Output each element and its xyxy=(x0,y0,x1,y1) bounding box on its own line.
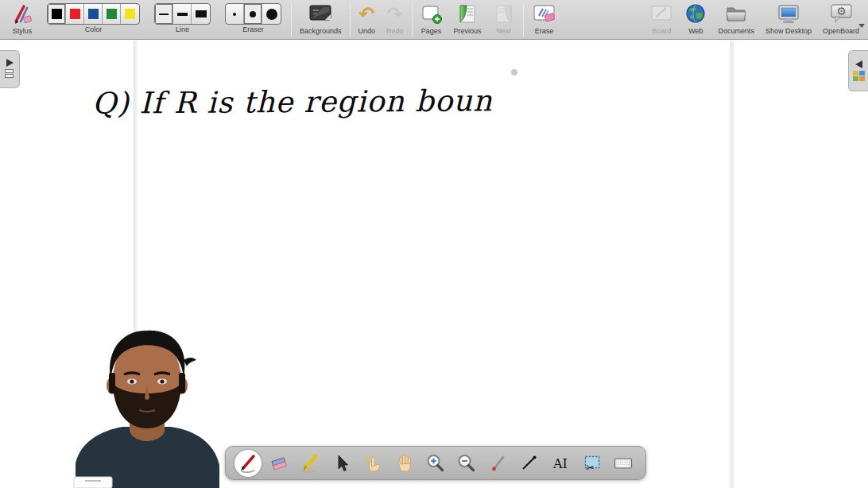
stylus-toolbar: AI ✂ xyxy=(225,446,646,480)
keyboard-icon xyxy=(613,453,634,474)
toolbar-separator xyxy=(350,3,351,37)
presenter-webcam-overlay xyxy=(68,328,227,488)
next-page-icon xyxy=(493,2,515,26)
erase-icon xyxy=(532,2,557,26)
capture-icon: ✂ xyxy=(582,453,603,474)
zoom-in-tool-button[interactable] xyxy=(422,450,449,477)
openboard-gear-icon: ⚙ xyxy=(829,2,853,26)
line-thick-button[interactable] xyxy=(192,4,210,24)
text-tool-button[interactable]: AI xyxy=(547,450,574,477)
zoom-out-tool-button[interactable] xyxy=(453,450,480,477)
zoom-in-icon xyxy=(425,453,446,474)
next-page-button[interactable]: Next xyxy=(493,2,515,35)
pan-tool-button[interactable] xyxy=(391,450,418,477)
laser-pointer-tool-button[interactable] xyxy=(485,450,512,477)
redo-label: Redo xyxy=(386,27,404,35)
line-label: Line xyxy=(176,25,189,33)
marker-icon xyxy=(300,453,320,474)
open-hand-icon xyxy=(394,453,415,474)
presenter-illustration xyxy=(68,328,227,488)
backgrounds-icon xyxy=(308,2,333,26)
erase-button[interactable]: Erase xyxy=(532,2,557,35)
redo-icon: ↷ xyxy=(387,5,403,24)
openboard-label: OpenBoard xyxy=(823,27,859,35)
blue-swatch xyxy=(88,9,99,19)
pages-button[interactable]: Pages xyxy=(420,2,443,35)
eraser-large-button[interactable] xyxy=(262,4,281,24)
undo-button[interactable]: ↶ Undo xyxy=(358,2,376,35)
redo-button[interactable]: ↷ Redo xyxy=(386,2,404,35)
openboard-menu-button[interactable]: ⚙ OpenBoard xyxy=(823,2,859,35)
small-eraser-icon xyxy=(233,13,236,16)
line-tool-button[interactable] xyxy=(516,450,543,477)
zoom-out-icon xyxy=(456,453,477,474)
color-swatch-red[interactable] xyxy=(66,4,84,24)
play-interact-tool-button[interactable] xyxy=(359,450,386,477)
previous-page-label: Previous xyxy=(454,27,482,35)
board-label: Board xyxy=(652,27,671,35)
show-desktop-button[interactable]: Show Desktop xyxy=(765,2,812,35)
color-swatch-yellow[interactable] xyxy=(121,4,139,24)
stylus-button[interactable]: Stylus xyxy=(10,2,34,35)
color-group: Color xyxy=(47,2,140,33)
marker-tool-button[interactable] xyxy=(296,450,324,477)
color-swatch-black[interactable] xyxy=(48,4,66,24)
pen-icon xyxy=(238,453,258,474)
line-medium-button[interactable] xyxy=(173,4,192,24)
handwritten-text: Q) If R is the region boun xyxy=(92,83,493,121)
undo-label: Undo xyxy=(358,27,376,35)
thin-line-icon xyxy=(159,14,169,15)
web-button[interactable]: Web xyxy=(684,2,707,35)
medium-eraser-icon xyxy=(250,11,256,17)
stylus-label: Stylus xyxy=(13,27,33,35)
line-group: Line xyxy=(154,2,211,33)
toolbar-overflow-arrow[interactable] xyxy=(858,24,865,28)
medium-line-icon xyxy=(177,13,188,16)
web-label: Web xyxy=(688,27,703,35)
documents-label: Documents xyxy=(718,27,754,35)
cursor-arrow-icon xyxy=(331,453,352,474)
line-thin-button[interactable] xyxy=(155,4,173,24)
eraser-group: Eraser xyxy=(225,2,281,33)
large-eraser-icon xyxy=(266,9,277,20)
pen-tool-button[interactable] xyxy=(234,450,262,477)
color-label: Color xyxy=(85,25,103,33)
color-swatch-blue[interactable] xyxy=(84,4,103,24)
board-button[interactable]: Board xyxy=(649,2,673,35)
yellow-swatch xyxy=(125,9,135,19)
eraser-small-button[interactable] xyxy=(226,4,244,24)
red-swatch xyxy=(70,9,80,19)
color-swatch-green[interactable] xyxy=(103,4,121,24)
library-panel-toggle[interactable] xyxy=(848,50,868,91)
show-desktop-monitor-icon xyxy=(776,2,801,26)
pages-panel-toggle[interactable] xyxy=(0,50,20,88)
page-boundary-right xyxy=(730,41,734,488)
previous-page-button[interactable]: Previous xyxy=(454,2,482,35)
toolbar-separator xyxy=(412,3,413,37)
svg-text:⚙: ⚙ xyxy=(836,5,847,17)
laser-pointer-icon xyxy=(488,453,509,474)
capture-tool-button[interactable]: ✂ xyxy=(579,450,606,477)
line-icon xyxy=(519,453,540,474)
pages-icon xyxy=(420,2,443,26)
board-icon xyxy=(649,2,673,26)
toolbar-separator xyxy=(523,3,524,37)
show-desktop-label: Show Desktop xyxy=(765,27,812,35)
documents-button[interactable]: Documents xyxy=(718,2,754,35)
previous-page-icon xyxy=(456,2,479,26)
svg-text:✂: ✂ xyxy=(586,462,595,474)
pointing-hand-icon xyxy=(362,453,383,474)
backgrounds-label: Backgrounds xyxy=(300,27,342,35)
thick-line-icon xyxy=(196,10,207,17)
documents-folder-icon xyxy=(724,2,748,26)
eraser-tool-button[interactable] xyxy=(265,450,293,477)
toolbar-separator xyxy=(291,3,292,37)
openboard-app: { "app_name": "OpenBoard", "top_toolbar"… xyxy=(0,0,868,488)
selector-tool-button[interactable] xyxy=(328,450,355,477)
eraser-medium-button[interactable] xyxy=(244,4,262,24)
green-swatch xyxy=(107,9,117,19)
backgrounds-button[interactable]: Backgrounds xyxy=(300,2,342,35)
svg-text:AI: AI xyxy=(553,455,568,471)
eraser-label: Eraser xyxy=(242,25,264,33)
virtual-keyboard-tool-button[interactable] xyxy=(610,450,637,477)
